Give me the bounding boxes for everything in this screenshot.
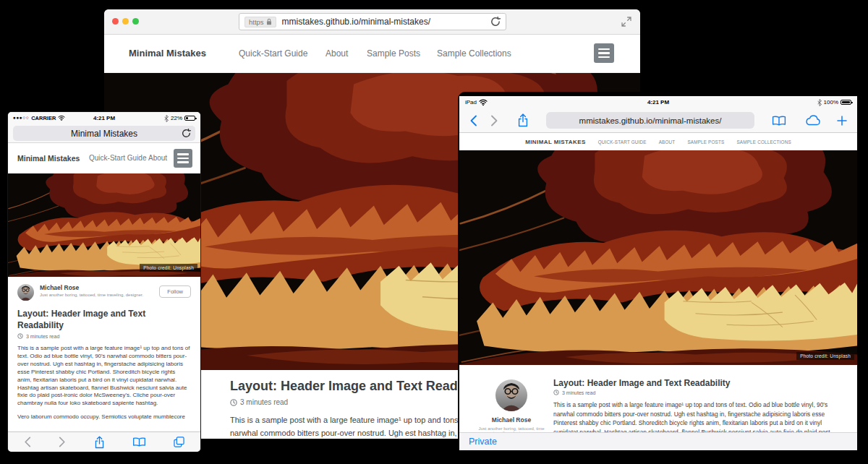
forward-button[interactable] [59, 437, 66, 447]
window-controls [112, 18, 139, 25]
site-title-link[interactable]: Minimal Mistakes [129, 35, 206, 72]
browser-titlebar: https mmistakes.github.io/minimal-mistak… [104, 9, 640, 35]
back-button[interactable] [469, 115, 477, 126]
follow-button[interactable]: Follow [159, 285, 191, 298]
url-field-text: Minimal Mistakes [71, 129, 137, 139]
photo-credit: Photo credit: Unsplash [140, 264, 197, 272]
read-time-label: 3 minutes read [562, 390, 595, 395]
private-label: Private [469, 437, 497, 447]
menu-toggle-button[interactable] [174, 149, 192, 168]
photo-credit: Photo credit: Unsplash [796, 352, 854, 360]
fullscreen-icon[interactable] [621, 17, 631, 27]
icloud-tabs-icon[interactable] [803, 115, 820, 126]
back-button[interactable] [24, 437, 31, 447]
post-title: Layout: Header Image and Text Readabilit… [553, 378, 838, 388]
close-window-button[interactable] [112, 18, 119, 25]
nav-link-quick-start-guide[interactable]: Quick-Start Guide [89, 143, 146, 173]
avatar-photo [495, 379, 527, 411]
battery-percent: 22% [171, 115, 182, 121]
private-browsing-bar[interactable]: Private [459, 432, 857, 450]
post-paragraph-2: Vero laborum commodo occupy. Semiotics v… [17, 413, 191, 421]
safari-toolbar: mmistakes.github.io/minimal-mistakes/ [459, 108, 857, 133]
status-time: 4:21 PM [647, 99, 669, 106]
clock-icon [553, 390, 559, 395]
leaves-photo [459, 150, 857, 365]
author-profile: Michael Rose Just another boring, tattoo… [17, 284, 191, 301]
read-time: 3 minutes read [17, 333, 191, 339]
clock-icon [230, 399, 237, 406]
ipad-status-bar: iPad 4:21 PM 100% [459, 96, 857, 108]
author-name: Michael Rose [477, 416, 546, 424]
author-name: Michael Rose [40, 284, 143, 291]
menu-toggle-button[interactable] [594, 43, 614, 63]
tabs-icon[interactable] [174, 437, 184, 447]
iphone-device: ●●●○○ CARRIER 4:21 PM 22% Minimal Mistak… [8, 112, 200, 452]
url-scheme-label: https [249, 18, 264, 26]
read-time: 3 minutes read [553, 390, 838, 395]
site-masthead: Minimal Mistakes Quick-Start Guide About [8, 143, 200, 173]
post-content: Michael Rose Just another boring, tattoo… [8, 277, 200, 421]
url-text: mmistakes.github.io/minimal-mistakes/ [282, 17, 490, 27]
post-content: Michael Rose Just another boring, tattoo… [459, 365, 857, 433]
iphone-status-bar: ●●●○○ CARRIER 4:21 PM 22% [8, 112, 200, 124]
bookmarks-icon[interactable] [772, 116, 786, 126]
clock-icon [17, 333, 23, 339]
safari-url-row: Minimal Mistakes [8, 124, 200, 143]
share-icon[interactable] [94, 436, 105, 449]
battery-icon [184, 116, 195, 121]
site-title-link[interactable]: Minimal Mistakes [17, 143, 80, 173]
nav-link-sample-posts[interactable]: SAMPLE POSTS [687, 139, 724, 145]
avatar-photo [17, 284, 34, 301]
forward-button[interactable] [490, 115, 498, 126]
nav-link-sample-collections[interactable]: Sample Collections [437, 35, 511, 72]
leaves-photo [8, 173, 200, 277]
header-image: Photo credit: Unsplash [459, 150, 857, 365]
avatar [17, 284, 34, 301]
read-time-label: 3 minutes read [240, 398, 288, 406]
signal-dots: ●●●○○ [13, 116, 29, 121]
bookmarks-icon[interactable] [132, 437, 146, 447]
post-paragraph: This is a sample post with a large featu… [553, 400, 838, 433]
lock-icon [266, 18, 272, 25]
battery-icon [841, 100, 851, 105]
url-text: mmistakes.github.io/minimal-mistakes/ [579, 116, 722, 125]
device-label: iPad [465, 99, 477, 106]
safari-bottom-toolbar [8, 431, 200, 452]
carrier-label: CARRIER [31, 115, 56, 121]
new-tab-icon[interactable] [837, 116, 847, 126]
address-bar[interactable]: Minimal Mistakes [13, 126, 195, 141]
status-time: 4:21 PM [93, 115, 115, 121]
refresh-icon[interactable] [490, 17, 501, 27]
zoom-window-button[interactable] [132, 18, 139, 25]
post-title: Layout: Header Image and Text Readabilit… [17, 309, 173, 331]
wifi-icon [58, 115, 65, 121]
wifi-icon [479, 99, 488, 106]
post-paragraph-1: This is a sample post with a large featu… [17, 345, 191, 408]
avatar [495, 379, 527, 411]
nav-link-about[interactable]: About [148, 143, 167, 173]
nav-link-sample-posts[interactable]: Sample Posts [367, 35, 420, 72]
share-icon[interactable] [517, 113, 529, 127]
address-bar[interactable]: mmistakes.github.io/minimal-mistakes/ [546, 112, 754, 129]
ipad-screen: iPad 4:21 PM 100% mmistakes.github.io/mi… [459, 96, 857, 450]
site-masthead: MINIMAL MISTAKES QUICK-START GUIDE ABOUT… [459, 133, 857, 150]
ipad-device: iPad 4:21 PM 100% mmistakes.github.io/mi… [458, 92, 859, 464]
composite-stage: https mmistakes.github.io/minimal-mistak… [0, 0, 868, 464]
read-time-label: 3 minutes read [26, 334, 59, 339]
nav-link-quick-start-guide[interactable]: QUICK-START GUIDE [598, 139, 647, 145]
nav-link-about[interactable]: About [326, 35, 348, 72]
nav-link-about[interactable]: ABOUT [659, 139, 676, 145]
minimize-window-button[interactable] [122, 18, 129, 25]
nav-link-sample-collections[interactable]: SAMPLE COLLECTIONS [736, 139, 791, 145]
nav-link-quick-start-guide[interactable]: Quick-Start Guide [239, 35, 307, 72]
site-title-link[interactable]: MINIMAL MISTAKES [525, 139, 585, 145]
address-bar[interactable]: https mmistakes.github.io/minimal-mistak… [239, 13, 506, 30]
refresh-icon[interactable] [182, 129, 191, 138]
battery-percent: 100% [824, 99, 838, 106]
header-image: Photo credit: Unsplash [8, 173, 200, 277]
site-masthead: Minimal Mistakes Quick-Start Guide About… [104, 35, 640, 73]
author-bio: Just another boring, tattooed, time trav… [40, 293, 143, 297]
bluetooth-icon [817, 99, 822, 106]
bluetooth-icon [164, 115, 169, 122]
author-profile: Michael Rose Just another boring, tattoo… [477, 379, 546, 433]
